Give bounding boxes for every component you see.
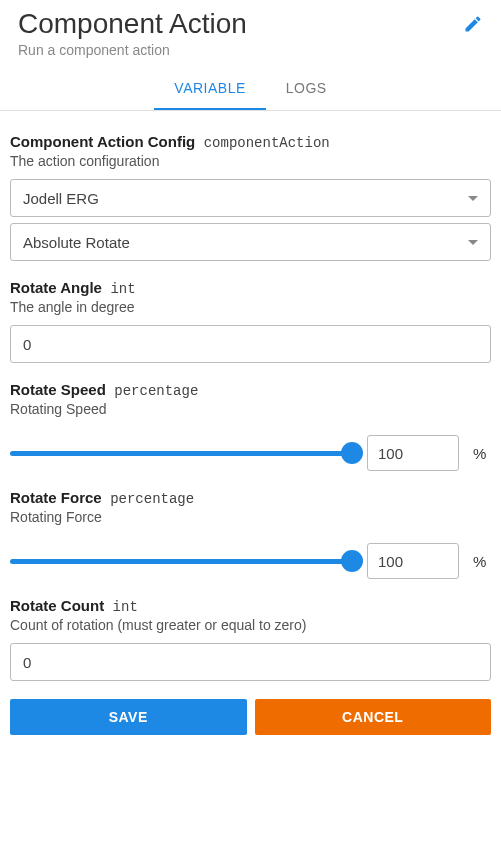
rotate-force-desc: Rotating Force <box>10 509 491 525</box>
rotate-count-label: Rotate Count <box>10 597 104 614</box>
slider-thumb[interactable] <box>341 550 363 572</box>
rotate-speed-value-input[interactable] <box>367 435 459 471</box>
rotate-count-input[interactable] <box>10 643 491 681</box>
rotate-angle-desc: The angle in degree <box>10 299 491 315</box>
rotate-angle-section: Rotate Angle int The angle in degree <box>10 279 491 363</box>
page-subtitle: Run a component action <box>0 40 501 70</box>
slider-thumb[interactable] <box>341 442 363 464</box>
tab-variable[interactable]: VARIABLE <box>154 70 265 110</box>
rotate-force-unit: % <box>473 553 491 570</box>
save-button[interactable]: SAVE <box>10 699 247 735</box>
rotate-speed-section: Rotate Speed percentage Rotating Speed % <box>10 381 491 471</box>
cancel-button[interactable]: CANCEL <box>255 699 492 735</box>
rotate-force-value-input[interactable] <box>367 543 459 579</box>
rotate-speed-desc: Rotating Speed <box>10 401 491 417</box>
rotate-speed-unit: % <box>473 445 491 462</box>
slider-track <box>10 559 353 564</box>
action-select-value: Absolute Rotate <box>23 234 130 251</box>
rotate-force-label: Rotate Force <box>10 489 102 506</box>
rotate-force-slider[interactable] <box>10 551 353 571</box>
rotate-speed-slider[interactable] <box>10 443 353 463</box>
tabs: VARIABLE LOGS <box>0 70 501 111</box>
rotate-angle-label: Rotate Angle <box>10 279 102 296</box>
config-label: Component Action Config <box>10 133 195 150</box>
rotate-force-type-hint: percentage <box>110 491 194 507</box>
rotate-angle-type-hint: int <box>110 281 135 297</box>
page-title: Component Action <box>18 8 247 40</box>
tab-logs[interactable]: LOGS <box>266 70 347 110</box>
chevron-down-icon <box>468 196 478 201</box>
slider-track <box>10 451 353 456</box>
rotate-angle-input[interactable] <box>10 325 491 363</box>
rotate-count-desc: Count of rotation (must greater or equal… <box>10 617 491 633</box>
component-action-config-section: Component Action Config componentAction … <box>10 133 491 261</box>
rotate-count-section: Rotate Count int Count of rotation (must… <box>10 597 491 681</box>
device-select[interactable]: Jodell ERG <box>10 179 491 217</box>
chevron-down-icon <box>468 240 478 245</box>
edit-icon[interactable] <box>463 14 483 38</box>
rotate-force-section: Rotate Force percentage Rotating Force % <box>10 489 491 579</box>
config-type-hint: componentAction <box>204 135 330 151</box>
rotate-speed-type-hint: percentage <box>114 383 198 399</box>
device-select-value: Jodell ERG <box>23 190 99 207</box>
action-select[interactable]: Absolute Rotate <box>10 223 491 261</box>
rotate-speed-label: Rotate Speed <box>10 381 106 398</box>
config-desc: The action configuration <box>10 153 491 169</box>
rotate-count-type-hint: int <box>113 599 138 615</box>
